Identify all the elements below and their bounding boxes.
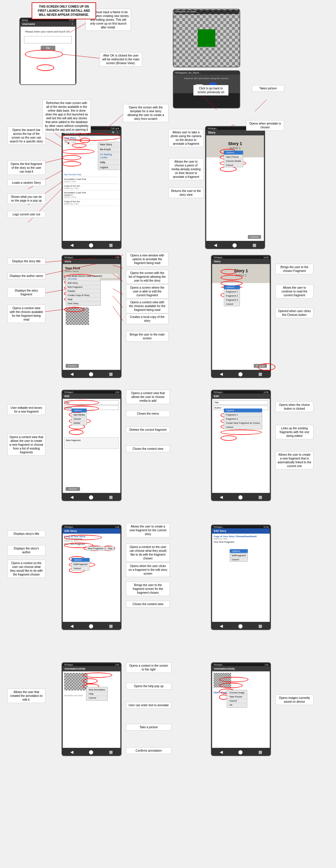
- es-new-fragment-btn[interactable]: New Fragment: [86, 546, 105, 551]
- ef-title-field[interactable]: Title: [213, 400, 268, 405]
- story-item-2[interactable]: My Favorite Day: [63, 172, 121, 177]
- esr-cancel[interactable]: Cancel: [230, 558, 247, 561]
- callout-open-first: Opens the first fragment of the story so…: [7, 161, 45, 175]
- username-input[interactable]: [24, 36, 72, 43]
- es-nav-menu[interactable]: ▦: [109, 624, 113, 628]
- es-edit-fragment-option[interactable]: EditFragment: [72, 562, 89, 566]
- story-item-6[interactable]: Copy of fun fun Edited by: Chris: [63, 199, 121, 206]
- ann-help[interactable]: Help: [87, 692, 107, 696]
- nf-nav-menu[interactable]: ▦: [109, 495, 113, 499]
- es-nav-back[interactable]: ◀: [70, 624, 73, 628]
- menu-publish[interactable]: Publish: [66, 289, 100, 293]
- menu-edit-fragment[interactable]: Edit Fragment: [66, 285, 100, 289]
- callout-es-context: Opens a context so the user can choose w…: [7, 560, 45, 578]
- nav-home[interactable]: ⬤: [89, 243, 94, 247]
- choice-btn[interactable]: Choices: [66, 487, 80, 491]
- esr-edit-fragment[interactable]: EditFragment: [230, 554, 247, 558]
- menu-own-story[interactable]: Own Story: [66, 302, 100, 305]
- nf-options-btn[interactable]: Options: [71, 408, 87, 412]
- nf-text-area[interactable]: New fragment: [64, 437, 119, 449]
- menu-help[interactable]: Help: [98, 160, 121, 165]
- menu-new-story[interactable]: New Story: [98, 142, 121, 147]
- take-picture-option[interactable]: Take Picture: [224, 155, 243, 159]
- story-item-4[interactable]: Copy of fun fun Edited by: Chris: [63, 184, 121, 190]
- fragment2-choice[interactable]: Fragment 2: [224, 294, 240, 298]
- annr-ok[interactable]: Ok: [228, 703, 246, 707]
- menu-edit-story[interactable]: Edit Story: [66, 281, 100, 285]
- menu-create-copy[interactable]: Create Copy of Story: [66, 293, 100, 298]
- ef-nav-back[interactable]: ◀: [220, 495, 223, 499]
- read-nav-menu[interactable]: ▦: [109, 372, 113, 376]
- ann-nav-menu[interactable]: ▦: [109, 750, 113, 754]
- esr-nav-menu[interactable]: ▦: [258, 624, 262, 628]
- menu-refresh[interactable]: Re-Fresh: [98, 147, 121, 152]
- es-options-btn[interactable]: Options: [71, 558, 90, 562]
- ok-button[interactable]: Ok: [41, 46, 55, 51]
- fragment3-choice[interactable]: Fragment 3: [224, 298, 240, 302]
- annr-take-pic[interactable]: Take Picture: [228, 695, 246, 699]
- fragment1-choice[interactable]: Fragment 1: [224, 290, 240, 294]
- choose-media-option[interactable]: Choose Media: [224, 159, 243, 163]
- ann-new-annotation[interactable]: New Annotation: [87, 688, 107, 692]
- nav-menu[interactable]: ▦: [109, 243, 113, 247]
- callout-main-screen: Brings the user to the main screen: [126, 331, 168, 342]
- ann-nav-back[interactable]: ◀: [70, 750, 73, 754]
- callout-user-enter-text: User can enter text to annotate: [126, 702, 171, 709]
- menu-lucky[interactable]: I'm feeling Lucky!: [98, 152, 121, 160]
- choices-nav-home[interactable]: ⬤: [238, 372, 243, 376]
- annr-nav-menu[interactable]: ▦: [258, 750, 262, 754]
- story-nav-menu[interactable]: ▦: [253, 243, 256, 247]
- ef-fragment2[interactable]: Fragment 2: [224, 417, 262, 421]
- story-nav-back[interactable]: ◀: [214, 243, 217, 247]
- choices-nav-back[interactable]: ◀: [220, 372, 223, 376]
- ef-fragment1[interactable]: Fragment 1: [224, 413, 262, 417]
- es-help-btn[interactable]: Help: [106, 546, 114, 551]
- nf-nav-home[interactable]: ⬤: [89, 495, 94, 499]
- annr-nav-back[interactable]: ◀: [220, 750, 223, 754]
- ef-options-btn[interactable]: Options: [224, 408, 262, 412]
- esr-nav-back[interactable]: ◀: [220, 624, 223, 628]
- es-cancel[interactable]: Cancel: [72, 566, 89, 570]
- nf-delete[interactable]: Delete: [72, 421, 87, 425]
- ef-create-new[interactable]: Create New Fragment as Choice: [224, 421, 262, 425]
- annr-choose-image[interactable]: Choose Image: [228, 691, 246, 695]
- choices-btn-right[interactable]: Choices: [254, 364, 267, 368]
- choices-btn-read[interactable]: Choices: [66, 364, 79, 368]
- ef-cancel[interactable]: Cancel: [224, 425, 262, 429]
- ann-cancel[interactable]: Cancel: [87, 696, 107, 700]
- choices-btn-story[interactable]: Choices: [248, 235, 261, 239]
- annr-nav-home[interactable]: ⬤: [238, 750, 243, 754]
- es-nav-home[interactable]: ⬤: [89, 624, 94, 628]
- choices-nav-menu[interactable]: ▦: [258, 372, 262, 376]
- svg-line-7: [45, 138, 62, 147]
- menu-help-2[interactable]: Help: [66, 298, 100, 302]
- ef-nav-menu[interactable]: ▦: [258, 495, 262, 499]
- nav-back[interactable]: ◀: [70, 243, 73, 247]
- callout-ok-redirect: After OK is clicked the user will be red…: [100, 52, 142, 66]
- menu-annotate[interactable]: Annotate: [66, 277, 100, 281]
- esr-options-btn[interactable]: Options: [230, 549, 248, 553]
- cancel-option[interactable]: Cancel: [224, 163, 243, 167]
- esr-nav-home[interactable]: ⬤: [238, 624, 243, 628]
- read-nav-home[interactable]: ⬤: [89, 372, 94, 376]
- story-nav-home[interactable]: ⬤: [232, 243, 237, 247]
- nf-nav-back[interactable]: ◀: [70, 495, 73, 499]
- phone-story-read: TEDApp4... 7:03 Story Your First Author …: [62, 255, 122, 378]
- cancel-choice[interactable]: Cancel: [224, 302, 240, 306]
- more-icon[interactable]: ⋮: [116, 131, 119, 134]
- ann-nav-home[interactable]: ⬤: [89, 750, 94, 754]
- title-field[interactable]: Title: [64, 400, 119, 405]
- annr-cancel[interactable]: Cancel: [228, 699, 246, 703]
- ef-nav-home[interactable]: ⬤: [238, 495, 243, 499]
- menu-logout[interactable]: Logout: [98, 165, 121, 170]
- options-btn[interactable]: Options: [224, 151, 243, 154]
- read-bottom-nav: ◀ ⬤ ▦: [63, 370, 121, 378]
- read-nav-back[interactable]: ◀: [70, 372, 73, 376]
- story-item-5[interactable]: Annotation Load Test version 2 Author: C…: [63, 190, 121, 199]
- nf-cancel[interactable]: Cancel: [72, 417, 87, 421]
- phone-username: MyApp 12:00 Username ⋮ Please enter your…: [19, 18, 76, 85]
- nf-add-media[interactable]: Add Media: [72, 413, 87, 417]
- story-item-3[interactable]: Annotation Load Test Author: Chris: [63, 177, 121, 184]
- choices-options-btn[interactable]: Options: [224, 285, 240, 289]
- search-icon[interactable]: 🔍: [112, 131, 115, 134]
